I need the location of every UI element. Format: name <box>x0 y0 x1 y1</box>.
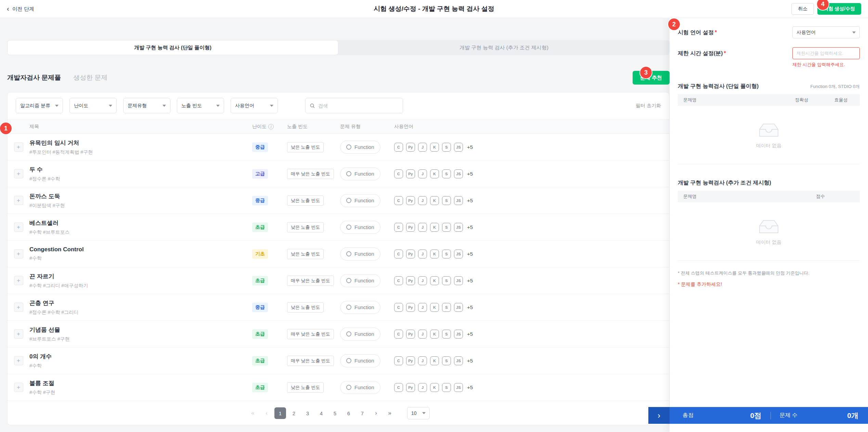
add-problem-button[interactable]: + <box>14 249 23 258</box>
add-problem-button[interactable]: + <box>14 383 23 392</box>
table-row[interactable]: + 0의 개수 #수학 초급 매우 낮은 노출 빈도 <box>8 347 669 374</box>
chevron-left-icon: ‹ <box>7 5 9 12</box>
filter-dropdown[interactable]: 사용언어 <box>231 98 278 113</box>
total-score-label: 총점 <box>683 412 694 419</box>
time-limit-error: 제한 시간을 입력해주세요. <box>792 62 860 68</box>
page-buttons: 1 2 3 4 5 6 7 <box>274 407 368 419</box>
page-button[interactable]: 2 <box>288 407 300 419</box>
required-mark: * <box>724 50 726 56</box>
page-button[interactable]: 4 <box>315 407 327 419</box>
problem-type-label: Function <box>354 384 374 390</box>
javascript-icon: JS <box>454 276 463 285</box>
add-problem-button[interactable]: + <box>14 196 23 205</box>
page-size-select[interactable]: 10 <box>407 407 430 419</box>
frequency-badge: 낮은 노출 빈도 <box>287 302 324 313</box>
first-page-button[interactable]: « <box>247 407 259 419</box>
function-type-icon <box>346 385 351 390</box>
add-problem-button[interactable]: + <box>14 223 23 232</box>
problem-tags: #수학 #구현 <box>29 390 252 396</box>
screen: ‹ 이전 단계 시험 생성/수정 - 개발 구현 능력 검사 설정 취소 시험 … <box>0 0 868 432</box>
page-button[interactable]: 3 <box>302 407 313 419</box>
kotlin-icon: K <box>430 169 439 178</box>
exam-language-select[interactable]: 사용언어 <box>792 26 860 38</box>
language-icons: C Py J K S JS +5 <box>394 303 669 312</box>
add-problem-button[interactable]: + <box>14 303 23 312</box>
frequency-badge: 매우 낮은 노출 빈도 <box>287 356 334 366</box>
next-page-button[interactable]: › <box>370 407 382 419</box>
add-problem-button[interactable]: + <box>14 329 23 339</box>
time-limit-field: 제한 시간 설정(분)* 제한 시간을 입력해주세요. <box>678 47 860 68</box>
add-problem-button[interactable]: + <box>14 169 23 178</box>
table-row[interactable]: + 유목민의 임시 거처 #투포인터 #동적계획법 #구현 중급 낮은 노출 빈… <box>8 134 669 161</box>
tab-problem-pool[interactable]: 개발자검사 문제풀 <box>7 73 61 82</box>
back-label: 이전 단계 <box>12 6 34 12</box>
function-type-icon <box>346 144 351 150</box>
exam-language-label: 시험 언어 설정* <box>678 26 717 38</box>
problem-type-label: Function <box>354 224 374 230</box>
search-input[interactable] <box>318 103 399 109</box>
tab-created-problems[interactable]: 생성한 문제 <box>73 73 107 82</box>
segment-conditional-type[interactable]: 개발 구현 능력 검사 (추가 조건 제시형) <box>338 40 670 55</box>
add-problem-button[interactable]: + <box>14 276 23 285</box>
table-row[interactable]: + 기념품 선물 #브루트포스 #구현 초급 매우 낮은 노출 빈도 <box>8 321 669 347</box>
single-type-section: 개발 구현 능력검사 (단일 풀이형) Function 0개, STDIO 0… <box>678 83 860 164</box>
step-badge-1: 1 <box>0 123 12 134</box>
page-button[interactable]: 1 <box>274 407 286 419</box>
page-button[interactable]: 5 <box>329 407 341 419</box>
exam-language-field: 시험 언어 설정* 사용언어 <box>678 26 860 38</box>
java-icon: J <box>418 250 427 258</box>
add-problem-button[interactable]: + <box>14 142 23 152</box>
back-button[interactable]: ‹ 이전 단계 <box>7 6 34 12</box>
page-button[interactable]: 7 <box>357 407 368 419</box>
table-row[interactable]: + 곤충 연구 #정수론 #수학 #그리디 중급 낮은 노출 빈도 <box>8 294 669 321</box>
total-score-value: 0점 <box>750 411 762 420</box>
table-row[interactable]: + 두 수 #정수론 #수학 고급 매우 낮은 노출 빈도 <box>8 161 669 187</box>
table-row[interactable]: + 볼륨 조절 #수학 #구현 초급 낮은 노출 빈도 <box>8 374 669 401</box>
single-section-meta: Function 0개, STDIO 0개 <box>811 84 860 90</box>
function-type-icon <box>346 171 351 176</box>
swift-icon: S <box>442 303 451 312</box>
swift-icon: S <box>442 383 451 392</box>
chevron-down-icon <box>216 105 220 107</box>
table-row[interactable]: + Congestion Control #수학 기초 낮은 노출 빈도 <box>8 241 669 267</box>
chevron-down-icon <box>55 105 59 107</box>
java-icon: J <box>418 383 427 392</box>
filter-reset-button[interactable]: 필터 초기화 <box>636 103 661 109</box>
last-page-button[interactable]: » <box>384 407 396 419</box>
column-title: 제목 <box>29 124 252 130</box>
segment-single-solution-type[interactable]: 개발 구현 능력 검사 (단일 풀이형) <box>7 40 338 55</box>
filter-dropdown[interactable]: 알고리즘 분류 <box>16 98 63 113</box>
filter-dropdown[interactable]: 노출 빈도 <box>177 98 224 113</box>
filter-dropdown-label: 알고리즘 분류 <box>20 103 50 109</box>
extra-languages-count: +5 <box>467 171 473 177</box>
filter-dropdown[interactable]: 난이도 <box>69 98 117 113</box>
time-limit-input[interactable] <box>792 47 860 59</box>
problem-type-label: Function <box>354 144 374 150</box>
add-problem-button[interactable]: + <box>14 356 23 365</box>
swift-icon: S <box>442 223 451 232</box>
table-row[interactable]: + 끈 자르기 #수학 #그리디 #애구성하기 초급 매우 낮은 노출 빈도 <box>8 267 669 294</box>
collapse-drawer-button[interactable]: › <box>648 407 670 424</box>
language-icons: C Py J K S JS +5 <box>394 250 669 258</box>
extra-languages-count: +5 <box>467 224 473 230</box>
javascript-icon: JS <box>454 250 463 258</box>
problem-title: 유목민의 임시 거처 <box>29 139 252 147</box>
column-score: 점수 <box>781 193 860 200</box>
cancel-button[interactable]: 취소 <box>791 3 814 15</box>
table-row[interactable]: + 베스트셀러 #수학 #브루트포스 초급 낮은 노출 빈도 <box>8 214 669 241</box>
page-button[interactable]: 6 <box>343 407 354 419</box>
difficulty-badge: 중급 <box>252 303 268 312</box>
step-badge-2: 2 <box>668 18 680 30</box>
problem-type-badge: Function <box>340 194 380 207</box>
c-language-icon: C <box>394 169 403 178</box>
python-icon: Py <box>406 356 415 365</box>
problem-type-label: Function <box>354 331 374 337</box>
prev-page-button[interactable]: ‹ <box>261 407 272 419</box>
table-row[interactable]: + 돈까스 도둑 #이분탐색 #구현 중급 낮은 노출 빈도 <box>8 187 669 214</box>
difficulty-badge: 초급 <box>252 276 268 285</box>
filter-dropdown[interactable]: 문제유형 <box>123 98 170 113</box>
problem-tags: #정수론 #수학 #그리디 <box>29 309 252 316</box>
problem-type-label: Function <box>354 198 374 203</box>
info-icon[interactable]: i <box>268 124 274 129</box>
pool-tab-row: 개발자검사 문제풀 생성한 문제 문제 추천 <box>7 71 670 85</box>
